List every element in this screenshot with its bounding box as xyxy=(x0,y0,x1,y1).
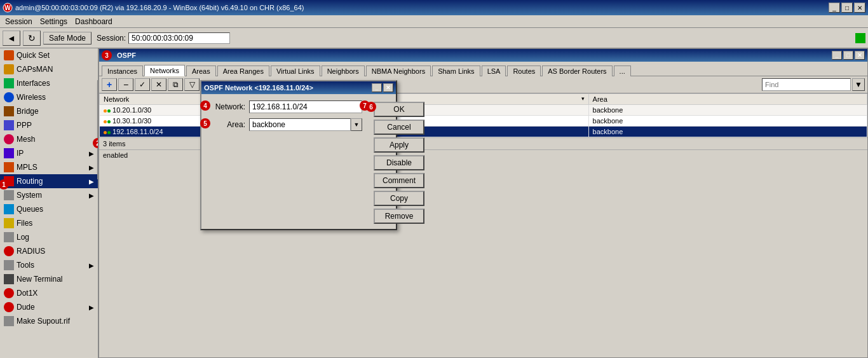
tab-sham-links[interactable]: Sham Links xyxy=(432,65,480,76)
tab-routes[interactable]: Routes xyxy=(507,65,541,76)
remove-button[interactable]: − xyxy=(118,78,133,91)
sidebar-item-mpls[interactable]: MPLS ▶ xyxy=(0,160,98,174)
disable-button[interactable]: ✕ xyxy=(151,78,166,91)
tab-neighbors[interactable]: Neighbors xyxy=(322,65,365,76)
sidebar-item-log[interactable]: Log xyxy=(0,230,98,244)
ok-button[interactable]: OK xyxy=(374,102,424,117)
filter-button[interactable]: ▽ xyxy=(184,78,200,91)
sidebar-item-quick-set[interactable]: Quick Set xyxy=(0,48,98,62)
badge-4: 4 xyxy=(200,100,210,111)
sidebar-item-capsman[interactable]: CAPsMAN xyxy=(0,62,98,76)
radius-icon xyxy=(4,246,14,256)
apply-button[interactable]: Apply xyxy=(374,137,424,153)
ip-icon xyxy=(4,148,14,158)
sidebar-item-interfaces[interactable]: Interfaces xyxy=(0,76,98,90)
disable-button[interactable]: Disable xyxy=(374,155,424,170)
ospf-minimize-button[interactable]: _ xyxy=(832,51,842,60)
routing-arrow-icon: ▶ xyxy=(89,178,94,185)
copy-button[interactable]: Copy xyxy=(374,191,424,206)
menu-session[interactable]: Session xyxy=(1,16,36,27)
dude-icon xyxy=(4,302,14,312)
cell-area: backbone xyxy=(588,105,867,116)
window-controls[interactable]: _ □ ✕ xyxy=(829,3,865,13)
sidebar-item-radius[interactable]: RADIUS xyxy=(0,244,98,258)
area-select-wrapper: ▼ xyxy=(249,118,362,131)
col-header-area: Area xyxy=(588,94,867,105)
area-select-input[interactable] xyxy=(249,118,351,131)
tab-areas[interactable]: Areas xyxy=(186,65,216,76)
row-status-icon xyxy=(104,120,111,123)
find-input[interactable] xyxy=(762,78,851,91)
enable-button[interactable]: ✓ xyxy=(135,78,150,91)
ospf-network-dialog: OSPF Network <192.168.11.0/24> _ ✕ 4 Net… xyxy=(200,80,397,230)
add-button[interactable]: + xyxy=(102,78,117,91)
minimize-button[interactable]: _ xyxy=(829,3,840,13)
sidebar-item-ip[interactable]: IP ▶ xyxy=(0,146,98,160)
log-icon xyxy=(4,232,14,242)
tab-instances[interactable]: Instances xyxy=(102,65,143,76)
make-icon xyxy=(4,316,14,326)
badge-2: 2 xyxy=(93,138,98,148)
mpls-arrow-icon: ▶ xyxy=(89,164,94,171)
badge-5: 5 xyxy=(200,118,210,128)
tab-virtual-links[interactable]: Virtual Links xyxy=(271,65,320,76)
sidebar-item-files[interactable]: Files xyxy=(0,216,98,230)
sidebar-item-make-supout[interactable]: Make Supout.rif xyxy=(0,314,98,328)
dialog-minimize-button[interactable]: _ xyxy=(372,83,382,92)
sidebar-item-new-terminal[interactable]: New Terminal xyxy=(0,272,98,286)
ospf-maximize-button[interactable]: □ xyxy=(843,51,853,60)
connection-status xyxy=(855,33,865,43)
tab-lsa[interactable]: LSA xyxy=(482,65,506,76)
safe-mode-button[interactable]: Safe Mode xyxy=(43,32,92,45)
ospf-title: OSPF xyxy=(117,52,136,59)
network-input[interactable] xyxy=(249,100,362,113)
area-dropdown-button[interactable]: ▼ xyxy=(351,118,362,131)
system-icon xyxy=(4,190,14,200)
sidebar: Quick Set CAPsMAN Interfaces Wireless Br… xyxy=(0,48,98,358)
sidebar-item-wireless[interactable]: Wireless xyxy=(0,90,98,104)
bridge-icon xyxy=(4,106,14,116)
sidebar-item-queues[interactable]: Queues xyxy=(0,202,98,216)
ospf-close-button[interactable]: ✕ xyxy=(855,51,865,60)
sidebar-item-ppp[interactable]: PPP xyxy=(0,118,98,132)
close-button[interactable]: ✕ xyxy=(854,3,865,13)
tab-as-border-routers[interactable]: AS Border Routers xyxy=(542,65,612,76)
sidebar-item-system[interactable]: System ▶ xyxy=(0,188,98,202)
sidebar-item-dude[interactable]: Dude ▶ xyxy=(0,300,98,314)
wireless-icon xyxy=(4,92,14,102)
tab-networks[interactable]: Networks xyxy=(144,65,185,76)
tab-more[interactable]: ... xyxy=(614,65,631,76)
content-area: 3 OSPF _ □ ✕ Instances Networks Areas Ar… xyxy=(98,48,868,358)
sidebar-item-dot1x[interactable]: Dot1X xyxy=(0,286,98,300)
cell-area: backbone xyxy=(588,127,867,137)
window-title: admin@50:00:00:03:00:09 (R2) via 192.168… xyxy=(15,4,829,11)
dialog-title-bar: OSPF Network <192.168.11.0/24> _ ✕ xyxy=(201,81,396,94)
menu-bar: Session Settings Dashboard xyxy=(0,15,868,28)
sidebar-item-routing-container: Routing ▶ BFD BGP Filters MME xyxy=(0,174,98,188)
ppp-icon xyxy=(4,120,14,130)
copy-button[interactable]: ⧉ xyxy=(168,78,183,91)
menu-settings[interactable]: Settings xyxy=(36,16,71,27)
refresh-button[interactable]: ↻ xyxy=(23,31,41,46)
comment-button[interactable]: Comment xyxy=(374,173,424,188)
network-field-row: 4 Network: 7 xyxy=(208,100,362,113)
main-layout: Quick Set CAPsMAN Interfaces Wireless Br… xyxy=(0,48,868,358)
mesh-icon xyxy=(4,134,14,144)
sidebar-item-tools[interactable]: Tools ▶ xyxy=(0,258,98,272)
dialog-close-button[interactable]: ✕ xyxy=(383,83,393,92)
network-label: Network: xyxy=(208,102,249,111)
back-button[interactable]: ◄ xyxy=(3,31,20,46)
maximize-button[interactable]: □ xyxy=(841,3,853,13)
sidebar-item-routing[interactable]: Routing ▶ xyxy=(0,174,98,188)
sidebar-item-bridge[interactable]: Bridge xyxy=(0,104,98,118)
cancel-button[interactable]: Cancel xyxy=(374,120,424,135)
tab-nbma-neighbors[interactable]: NBMA Neighbors xyxy=(366,65,431,76)
sort-icon[interactable]: ▾ xyxy=(581,95,585,102)
menu-dashboard[interactable]: Dashboard xyxy=(71,16,116,27)
row-status-icon xyxy=(104,109,111,113)
find-dropdown-button[interactable]: ▼ xyxy=(852,78,865,91)
tab-area-ranges[interactable]: Area Ranges xyxy=(217,65,269,76)
sidebar-item-mesh[interactable]: Mesh xyxy=(0,132,98,146)
cell-area: backbone xyxy=(588,116,867,127)
remove-button[interactable]: Remove xyxy=(374,209,424,224)
